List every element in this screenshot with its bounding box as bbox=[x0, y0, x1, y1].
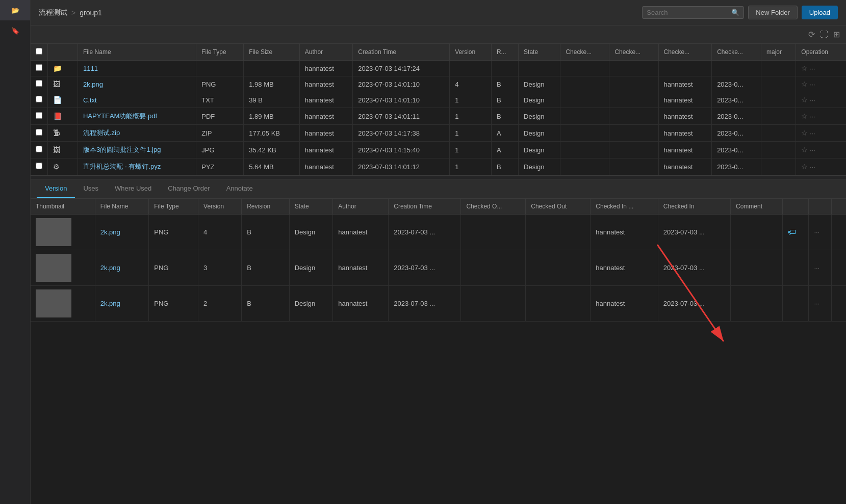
version-filename[interactable]: 2k.png bbox=[95, 286, 149, 322]
tab-change-order[interactable]: Change Order bbox=[160, 179, 218, 198]
version-checked-in: 2023-07-03 ... bbox=[658, 286, 730, 322]
vth-comment[interactable]: Comment bbox=[730, 199, 782, 215]
row-filename[interactable]: 1111 bbox=[78, 61, 196, 76]
th-filesize[interactable]: File Size bbox=[244, 44, 299, 61]
row-revision: B bbox=[491, 158, 518, 175]
tag-icon[interactable]: 🏷 bbox=[788, 228, 796, 236]
row-filename[interactable]: 流程测试.zip bbox=[78, 125, 196, 142]
select-all-checkbox[interactable] bbox=[36, 48, 42, 55]
row-checkbox[interactable] bbox=[36, 80, 42, 87]
th-operation[interactable]: Operation bbox=[796, 44, 846, 61]
row-checkbox[interactable] bbox=[36, 64, 42, 71]
th-filename[interactable]: File Name bbox=[78, 44, 196, 61]
star-icon[interactable]: ☆ bbox=[801, 112, 808, 120]
version-number: 3 bbox=[198, 250, 242, 286]
star-icon[interactable]: ☆ bbox=[801, 129, 808, 137]
sidebar-item-2[interactable]: 🔖 bbox=[0, 20, 30, 41]
sidebar-item-files[interactable]: 📂 bbox=[0, 0, 30, 20]
row-version: 1 bbox=[450, 158, 492, 175]
row-created: 2023-07-03 14:15:40 bbox=[353, 142, 450, 158]
star-icon[interactable]: ☆ bbox=[801, 163, 808, 171]
vth-version[interactable]: Version bbox=[198, 199, 242, 215]
new-folder-button[interactable]: New Folder bbox=[748, 6, 797, 19]
version-filename[interactable]: 2k.png bbox=[95, 250, 149, 286]
tab-uses[interactable]: Uses bbox=[75, 179, 107, 198]
more-menu-icon[interactable]: ··· bbox=[810, 113, 815, 120]
vth-author[interactable]: Author bbox=[333, 199, 389, 215]
row-filename[interactable]: 2k.png bbox=[78, 76, 196, 92]
th-major[interactable]: major bbox=[761, 44, 796, 61]
grid-icon[interactable]: ⊞ bbox=[833, 30, 840, 39]
th-revision[interactable]: R... bbox=[491, 44, 518, 61]
breadcrumb-parent[interactable]: 流程测试 bbox=[39, 8, 67, 17]
sidebar-icon-2: 🔖 bbox=[11, 27, 19, 35]
iconbar: ⟳ ⛶ ⊞ bbox=[31, 25, 846, 44]
th-version[interactable]: Version bbox=[450, 44, 492, 61]
star-icon[interactable]: ☆ bbox=[801, 96, 808, 104]
version-thumb-cell bbox=[31, 286, 95, 322]
vth-checked-in-by[interactable]: Checked In ... bbox=[591, 199, 658, 215]
vth-checked-in[interactable]: Checked In bbox=[658, 199, 730, 215]
version-filename[interactable]: 2k.png bbox=[95, 215, 149, 250]
row-filename[interactable]: 版本3的圆阔批注文件1.jpg bbox=[78, 142, 196, 158]
row-major bbox=[761, 108, 796, 125]
row-filename[interactable]: HAPYTEAM功能概要.pdf bbox=[78, 108, 196, 125]
vth-filetype[interactable]: File Type bbox=[149, 199, 198, 215]
more-menu-icon[interactable]: ··· bbox=[810, 81, 815, 88]
row-checked2 bbox=[609, 125, 658, 142]
th-state[interactable]: State bbox=[519, 44, 560, 61]
more-menu-icon[interactable]: ··· bbox=[810, 146, 815, 154]
version-more-icon[interactable]: ··· bbox=[814, 228, 819, 236]
th-checked4[interactable]: Checke... bbox=[712, 44, 761, 61]
fullscreen-icon[interactable]: ⛶ bbox=[820, 30, 828, 39]
row-checkbox-cell bbox=[31, 92, 48, 108]
star-icon[interactable]: ☆ bbox=[801, 64, 808, 72]
more-menu-icon[interactable]: ··· bbox=[810, 96, 815, 104]
upload-button[interactable]: Upload bbox=[802, 6, 838, 19]
row-operation: ☆ ··· bbox=[796, 158, 846, 175]
star-icon[interactable]: ☆ bbox=[801, 80, 808, 88]
refresh-icon[interactable]: ⟳ bbox=[808, 30, 815, 39]
row-filename[interactable]: 直升机总装配 - 有螺钉.pyz bbox=[78, 158, 196, 175]
topbar-actions: 🔍 New Folder Upload bbox=[642, 6, 838, 19]
tabs-bar: Version Uses Where Used Change Order Ann… bbox=[31, 179, 846, 199]
th-checked2[interactable]: Checke... bbox=[609, 44, 658, 61]
row-checkbox[interactable] bbox=[36, 112, 42, 119]
row-revision: A bbox=[491, 142, 518, 158]
vth-filename[interactable]: File Name bbox=[95, 199, 149, 215]
vth-state[interactable]: State bbox=[289, 199, 333, 215]
more-menu-icon[interactable]: ··· bbox=[810, 163, 815, 171]
version-row: 2k.png PNG 3 B Design hannatest 2023-07-… bbox=[31, 250, 846, 286]
row-checkbox[interactable] bbox=[36, 129, 42, 136]
drag-divider[interactable] bbox=[31, 175, 846, 179]
more-menu-icon[interactable]: ··· bbox=[810, 65, 815, 72]
tab-version[interactable]: Version bbox=[37, 179, 75, 198]
star-icon[interactable]: ☆ bbox=[801, 146, 808, 154]
vth-checked-out-by[interactable]: Checked O... bbox=[461, 199, 526, 215]
th-checked1[interactable]: Checke... bbox=[560, 44, 609, 61]
more-menu-icon[interactable]: ··· bbox=[810, 129, 815, 137]
row-created: 2023-07-03 14:01:12 bbox=[353, 158, 450, 175]
row-revision: A bbox=[491, 125, 518, 142]
vth-revision[interactable]: Revision bbox=[242, 199, 289, 215]
version-more-icon[interactable]: ··· bbox=[814, 264, 819, 272]
version-checked-in: 2023-07-03 ... bbox=[658, 215, 730, 250]
th-author[interactable]: Author bbox=[299, 44, 353, 61]
search-input[interactable] bbox=[647, 9, 729, 16]
row-checkbox[interactable] bbox=[36, 96, 42, 102]
row-checkbox[interactable] bbox=[36, 163, 42, 169]
vth-creation-time[interactable]: Creation Time bbox=[389, 199, 461, 215]
version-filetype: PNG bbox=[149, 215, 198, 250]
tab-where-used[interactable]: Where Used bbox=[107, 179, 160, 198]
th-checked3[interactable]: Checke... bbox=[658, 44, 712, 61]
row-checked4: 2023-0... bbox=[712, 108, 761, 125]
vth-checked-out[interactable]: Checked Out bbox=[526, 199, 591, 215]
th-filetype[interactable]: File Type bbox=[196, 44, 244, 61]
th-creation-time[interactable]: Creation Time bbox=[353, 44, 450, 61]
tab-annotate[interactable]: Annotate bbox=[218, 179, 261, 198]
row-checkbox[interactable] bbox=[36, 146, 42, 152]
version-more-icon[interactable]: ··· bbox=[814, 300, 819, 307]
row-filesize: 1.98 MB bbox=[244, 76, 299, 92]
row-filename[interactable]: C.txt bbox=[78, 92, 196, 108]
version-comment bbox=[730, 250, 782, 286]
